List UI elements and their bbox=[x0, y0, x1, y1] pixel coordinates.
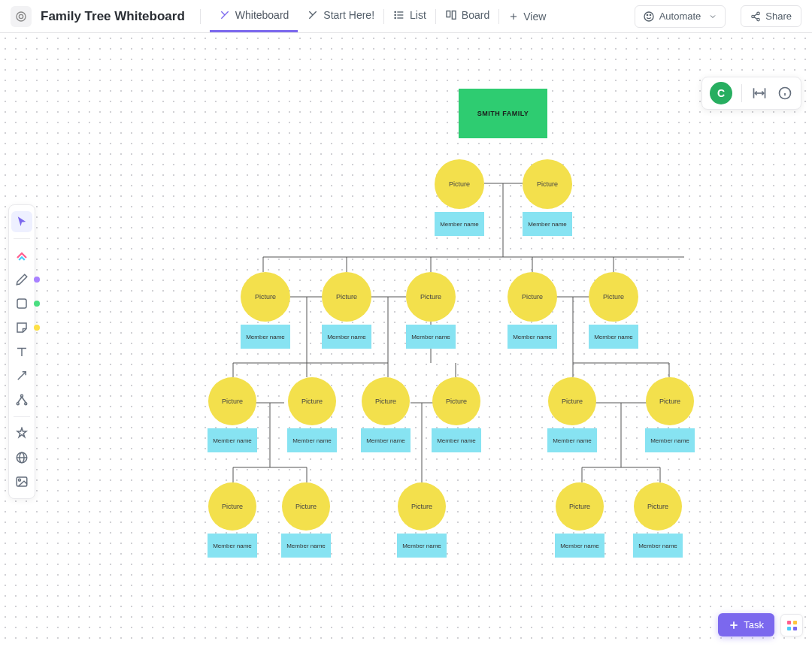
svg-line-19 bbox=[754, 17, 757, 18]
tree-node[interactable]: PictureMember name bbox=[287, 377, 337, 452]
connector-tool[interactable] bbox=[11, 365, 32, 386]
task-label: Task bbox=[744, 619, 764, 630]
picture-circle: Picture bbox=[646, 377, 694, 425]
tab-start-here[interactable]: Start Here! bbox=[298, 0, 383, 32]
picture-circle: Picture bbox=[398, 482, 446, 531]
view-button[interactable]: View bbox=[499, 11, 555, 23]
svg-point-13 bbox=[647, 14, 647, 15]
svg-point-6 bbox=[395, 14, 395, 15]
presence-panel: C bbox=[701, 77, 801, 110]
member-label: Member name bbox=[208, 534, 257, 558]
apps-icon bbox=[787, 621, 797, 630]
member-label: Member name bbox=[322, 325, 371, 349]
pen-tool[interactable] bbox=[11, 269, 32, 290]
web-tool[interactable] bbox=[11, 447, 32, 468]
share-button[interactable]: Share bbox=[741, 5, 801, 27]
document-icon bbox=[11, 6, 32, 27]
tab-label: List bbox=[410, 9, 426, 21]
svg-point-7 bbox=[395, 17, 395, 18]
member-label: Member name bbox=[547, 428, 597, 452]
tree-node[interactable]: PictureMember name bbox=[432, 377, 481, 452]
tree-node[interactable]: PictureMember name bbox=[547, 377, 597, 452]
fit-width-icon[interactable] bbox=[751, 85, 768, 101]
diagram-tool[interactable] bbox=[11, 389, 32, 410]
svg-point-15 bbox=[757, 12, 760, 14]
tree-node[interactable]: PictureMember name bbox=[633, 482, 683, 558]
member-label: Member name bbox=[555, 534, 604, 558]
tree-node[interactable]: PictureMember name bbox=[555, 482, 604, 558]
member-label: Member name bbox=[281, 534, 331, 558]
member-label: Member name bbox=[397, 534, 447, 558]
color-dot bbox=[34, 325, 40, 331]
svg-point-1 bbox=[19, 14, 23, 18]
tree-node[interactable]: PictureMember name bbox=[435, 159, 484, 236]
member-label: Member name bbox=[287, 428, 337, 452]
tab-label: Start Here! bbox=[323, 9, 374, 21]
view-label: View bbox=[523, 11, 546, 23]
avatar[interactable]: C bbox=[710, 82, 732, 104]
tree-node[interactable]: PictureMember name bbox=[208, 482, 257, 558]
shape-tool[interactable] bbox=[11, 293, 32, 314]
tree-node[interactable]: PictureMember name bbox=[281, 482, 331, 558]
picture-circle: Picture bbox=[362, 377, 410, 425]
family-title[interactable]: SMITH FAMILY bbox=[459, 89, 547, 138]
picture-circle: Picture bbox=[523, 159, 572, 209]
tree-node[interactable]: PictureMember name bbox=[523, 159, 572, 236]
color-dot bbox=[34, 277, 40, 283]
document-title[interactable]: Family Tree Whiteboard bbox=[41, 9, 185, 24]
tree-node[interactable]: PictureMember name bbox=[589, 272, 638, 349]
tree-node[interactable]: PictureMember name bbox=[406, 272, 456, 349]
svg-point-0 bbox=[17, 12, 26, 21]
info-icon[interactable] bbox=[777, 85, 793, 101]
member-label: Member name bbox=[208, 428, 257, 452]
member-label: Member name bbox=[633, 534, 683, 558]
picture-circle: Picture bbox=[435, 159, 484, 209]
tree-node[interactable]: PictureMember name bbox=[645, 377, 695, 452]
svg-point-25 bbox=[25, 403, 27, 405]
picture-circle: Picture bbox=[406, 272, 456, 322]
left-toolbar bbox=[8, 204, 35, 499]
svg-point-12 bbox=[644, 12, 653, 21]
sticky-tool[interactable] bbox=[11, 317, 32, 338]
svg-point-5 bbox=[395, 11, 395, 12]
task-button[interactable]: Task bbox=[718, 613, 774, 636]
header: Family Tree Whiteboard Whiteboard Start … bbox=[0, 0, 812, 33]
separator bbox=[14, 416, 30, 417]
text-tool[interactable] bbox=[11, 341, 32, 362]
share-label: Share bbox=[765, 11, 792, 22]
tab-whiteboard[interactable]: Whiteboard bbox=[210, 0, 298, 32]
canvas[interactable]: C SMITH FAMILY bbox=[0, 33, 812, 647]
picture-circle: Picture bbox=[282, 482, 330, 531]
tree-node[interactable]: PictureMember name bbox=[322, 272, 371, 349]
chevron-down-icon bbox=[708, 12, 717, 21]
picture-circle: Picture bbox=[208, 482, 256, 531]
separator bbox=[14, 238, 30, 239]
image-tool[interactable] bbox=[11, 471, 32, 492]
member-label: Member name bbox=[589, 325, 638, 349]
tab-list[interactable]: List bbox=[384, 0, 435, 32]
tree-node[interactable]: PictureMember name bbox=[508, 272, 557, 349]
svg-line-18 bbox=[754, 14, 757, 15]
pointer-tool[interactable] bbox=[11, 211, 32, 232]
picture-circle: Picture bbox=[589, 272, 638, 322]
svg-point-16 bbox=[752, 15, 755, 18]
picture-circle: Picture bbox=[241, 272, 290, 322]
widgets-tool[interactable] bbox=[11, 423, 32, 444]
picture-circle: Picture bbox=[288, 377, 336, 425]
clickup-tool[interactable] bbox=[11, 245, 32, 266]
picture-circle: Picture bbox=[208, 377, 256, 425]
automate-label: Automate bbox=[659, 11, 701, 22]
tab-board[interactable]: Board bbox=[436, 0, 498, 32]
automate-button[interactable]: Automate bbox=[635, 5, 726, 28]
tree-node[interactable]: PictureMember name bbox=[397, 482, 447, 558]
tree-node[interactable]: PictureMember name bbox=[361, 377, 411, 452]
tree-node[interactable]: PictureMember name bbox=[208, 377, 257, 452]
tree-node[interactable]: PictureMember name bbox=[241, 272, 290, 349]
separator bbox=[200, 9, 201, 24]
apps-button[interactable] bbox=[780, 614, 803, 636]
svg-rect-9 bbox=[452, 11, 456, 20]
member-label: Member name bbox=[645, 428, 695, 452]
member-label: Member name bbox=[508, 325, 557, 349]
picture-circle: Picture bbox=[556, 482, 604, 531]
svg-line-27 bbox=[22, 397, 26, 403]
